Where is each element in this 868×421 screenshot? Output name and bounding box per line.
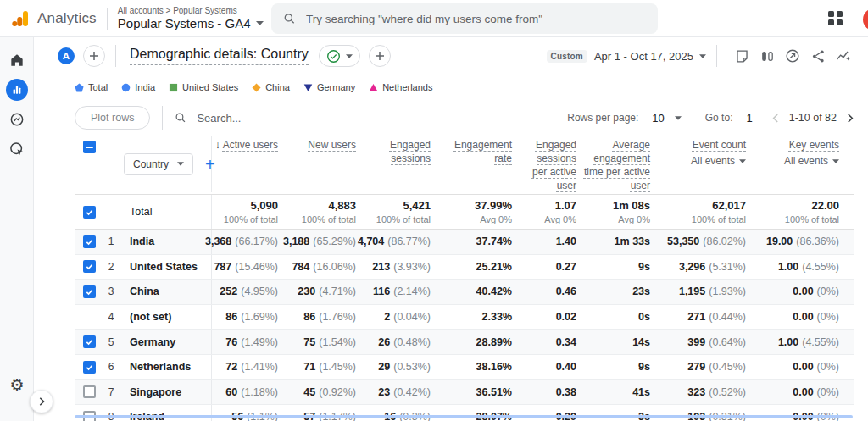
- total-metric-cell: 1.07Avg 0%: [512, 195, 576, 229]
- row-checkbox[interactable]: [83, 285, 96, 298]
- row-checkbox[interactable]: [83, 260, 96, 273]
- previous-page-button[interactable]: [771, 113, 779, 124]
- goto-page-input[interactable]: 1: [746, 112, 752, 125]
- add-report-button[interactable]: [369, 45, 391, 67]
- dimension-selector[interactable]: Country: [124, 153, 193, 175]
- metric-cell: 29(0.53%): [356, 355, 431, 379]
- metric-cell: 36.51%: [431, 380, 512, 405]
- metric-value: 40.42%: [476, 285, 512, 297]
- country-name: Singapore: [122, 380, 212, 405]
- row-select-cell[interactable]: [75, 330, 100, 354]
- metric-value: 36.51%: [476, 386, 512, 398]
- column-header-label: New users: [308, 138, 356, 152]
- row-checkbox[interactable]: [83, 335, 96, 348]
- total-sub-label: 100% of total: [224, 214, 278, 224]
- column-header-key-events[interactable]: Key eventsAll events: [746, 136, 839, 168]
- global-search-input[interactable]: [304, 12, 646, 26]
- analytics-intelligence-button[interactable]: [832, 45, 854, 67]
- row-select-cell[interactable]: [75, 355, 100, 379]
- row-select-cell[interactable]: [75, 405, 100, 421]
- insights-button[interactable]: [782, 45, 804, 67]
- horizontal-scrollbar-thumb[interactable]: [75, 415, 853, 418]
- metric-value: 399: [687, 336, 705, 348]
- plot-rows-button[interactable]: Plot rows: [75, 106, 150, 130]
- table-row-netherlands: 6Netherlands72(1.41%)71(1.45%)29(0.53%)3…: [75, 355, 854, 380]
- metric-value: 19.00: [766, 235, 793, 247]
- metric-filter-dropdown[interactable]: All events: [746, 154, 839, 168]
- column-header-average-engagement-time-per-active-user[interactable]: Average engagement time per active user: [576, 136, 650, 192]
- row-select-cell[interactable]: [75, 230, 100, 254]
- total-metric-cell: 1m 08sAvg 0%: [576, 195, 650, 229]
- sidebar-item-reports[interactable]: [6, 79, 28, 101]
- property-selector[interactable]: Popular Systems - GA4: [118, 16, 264, 30]
- column-header-engaged-sessions[interactable]: Engaged sessions: [356, 136, 431, 165]
- plus-icon: [89, 51, 99, 61]
- metric-cell: 23s: [576, 280, 650, 304]
- table-search-input[interactable]: [195, 111, 370, 125]
- row-select-cell[interactable]: [75, 255, 100, 280]
- column-header-engaged-sessions-per-active-user[interactable]: Engaged sessions per active user: [512, 136, 576, 192]
- avatar[interactable]: [863, 8, 868, 30]
- metric-cell: 53,350(86.02%): [650, 230, 746, 254]
- select-all-checkbox[interactable]: [83, 141, 96, 153]
- total-metric-cell: 5,090100% of total: [212, 195, 278, 229]
- add-comparison-button[interactable]: [756, 45, 778, 67]
- next-page-button[interactable]: [847, 113, 854, 124]
- check-icon: [85, 208, 94, 217]
- sidebar-item-home[interactable]: [6, 49, 28, 71]
- row-checkbox[interactable]: [83, 361, 96, 374]
- total-value: 4,883: [328, 199, 356, 212]
- chevron-down-icon[interactable]: [699, 54, 706, 58]
- add-dimension-button[interactable]: +: [205, 156, 215, 173]
- metric-cell: 0.46: [512, 280, 576, 304]
- sidebar-expand-button[interactable]: [30, 390, 53, 413]
- legend-label: Total: [88, 82, 108, 92]
- check-icon: [85, 262, 94, 271]
- total-value: 1m 08s: [613, 199, 650, 212]
- rows-per-page-select[interactable]: 10: [652, 112, 681, 125]
- share-button[interactable]: [807, 45, 829, 67]
- ga-analytics-app: Analytics All accounts > Popular Systems…: [0, 0, 868, 421]
- metric-cell: 0.29: [512, 405, 576, 421]
- metric-cell: 40.42%: [431, 280, 512, 304]
- column-header-active-users[interactable]: ↓Active users: [212, 136, 278, 152]
- column-header-new-users[interactable]: New users: [278, 136, 356, 152]
- date-range-type-badge: Custom: [547, 50, 587, 63]
- total-checkbox[interactable]: [83, 206, 96, 219]
- check-icon: [85, 287, 94, 296]
- sidebar-item-advertising[interactable]: [6, 138, 28, 160]
- metric-value: 0.46: [556, 285, 576, 297]
- row-rank: 3: [100, 280, 122, 304]
- row-checkbox[interactable]: [83, 385, 96, 398]
- row-checkbox[interactable]: [83, 235, 96, 248]
- date-range-selector[interactable]: Apr 1 - Oct 17, 2025: [594, 50, 693, 63]
- apps-grid-icon[interactable]: [828, 11, 843, 25]
- row-select-cell[interactable]: [75, 280, 100, 304]
- topbar: Analytics All accounts > Popular Systems…: [0, 0, 868, 37]
- legend-marker-triangle-up: [369, 83, 378, 92]
- metric-value: 213: [372, 261, 390, 273]
- metric-percent: (0%): [817, 285, 839, 297]
- row-select-cell[interactable]: [75, 380, 100, 405]
- add-note-button[interactable]: [731, 45, 753, 67]
- global-search[interactable]: [271, 3, 658, 34]
- metric-cell: 116(2.14%): [356, 280, 431, 304]
- column-header-engagement-rate[interactable]: Engagement rate: [431, 136, 512, 165]
- metric-percent: (0%): [817, 361, 839, 373]
- metric-cell: 279(0.45%): [650, 355, 746, 379]
- sidebar-item-admin[interactable]: ⚙: [6, 374, 28, 396]
- metric-percent: (86.77%): [387, 235, 431, 247]
- add-collection-button[interactable]: [83, 45, 105, 67]
- legend-label: China: [265, 82, 290, 92]
- chevron-down-icon: [177, 162, 184, 166]
- table-search[interactable]: [175, 111, 370, 125]
- workspace-badge[interactable]: A: [58, 47, 75, 64]
- column-header-event-count[interactable]: Event countAll events: [650, 136, 746, 168]
- sidebar-item-explore[interactable]: [6, 108, 28, 130]
- metric-value: 0.34: [556, 336, 576, 348]
- metric-cell: 72(1.41%): [212, 355, 278, 379]
- pagination-range: 1-10 of 82: [789, 112, 837, 124]
- report-saved-status[interactable]: [319, 45, 360, 67]
- metric-filter-dropdown[interactable]: All events: [650, 154, 746, 168]
- metric-percent: (0.42%): [393, 386, 431, 398]
